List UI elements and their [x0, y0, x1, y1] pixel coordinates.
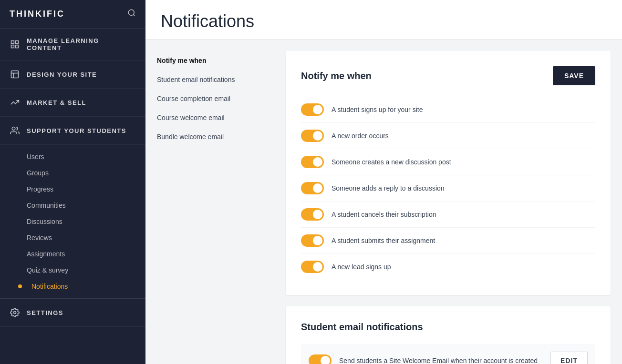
sidebar-sub-label-users: Users	[27, 153, 44, 161]
active-dot-indicator	[18, 284, 22, 288]
sidebar: THINKIFIC MANAGE LEARNING CONTENT DESIGN…	[0, 0, 145, 364]
svg-rect-6	[11, 71, 19, 78]
toggle-label-cancel-subscription: A student cancels their subscription	[332, 211, 436, 218]
sidebar-label-design-site: DESIGN YOUR SITE	[27, 71, 97, 78]
sidebar-logo: THINKIFIC	[0, 0, 145, 29]
sidebar-sub-item-groups[interactable]: Groups	[0, 165, 145, 181]
student-email-card: Student email notifications Send student…	[286, 306, 611, 364]
sidebar-item-manage-learning[interactable]: MANAGE LEARNING CONTENT	[0, 29, 145, 61]
sidebar-label-market-sell: MARKET & SELL	[27, 99, 86, 106]
content-area: Notify me when Student email notificatio…	[145, 40, 622, 364]
sidebar-sub-label-notifications: Notifications	[31, 283, 68, 290]
notify-card-title: Notify me when	[301, 71, 372, 81]
sidebar-sub-item-reviews[interactable]: Reviews	[0, 230, 145, 246]
toggle-label-reply-discussion: Someone adds a reply to a discussion	[332, 184, 445, 192]
users-icon	[10, 125, 20, 136]
toggle-signs-up[interactable]	[301, 103, 324, 116]
edit-button[interactable]: EDIT	[550, 352, 588, 364]
svg-point-9	[12, 127, 15, 131]
sub-nav: Notify me when Student email notificatio…	[145, 40, 274, 364]
page-title: Notifications	[161, 11, 607, 31]
svg-rect-4	[11, 45, 14, 48]
toggle-reply-discussion[interactable]	[301, 182, 324, 194]
student-email-row-label: Send students a Site Welcome Email when …	[339, 357, 543, 364]
sidebar-sub-label-communities: Communities	[27, 202, 66, 209]
svg-line-1	[133, 14, 135, 16]
toggle-row-signs-up: A student signs up for your site	[301, 97, 595, 123]
sidebar-sub-label-groups: Groups	[27, 169, 49, 177]
sidebar-label-settings: SETTINGS	[27, 309, 63, 316]
toggle-row-reply-discussion: Someone adds a reply to a discussion	[301, 175, 595, 202]
sub-nav-item-course-completion[interactable]: Course completion email	[145, 89, 274, 108]
toggle-row-new-discussion: Someone creates a new discussion post	[301, 149, 595, 175]
notify-card-header: Notify me when SAVE	[301, 66, 595, 85]
sidebar-label-support-students: SUPPORT YOUR STUDENTS	[27, 127, 126, 134]
main-content: Notifications Notify me when Student ema…	[145, 0, 622, 364]
sidebar-sub-item-notifications[interactable]: Notifications	[0, 278, 145, 294]
toggle-row-cancel-subscription: A student cancels their subscription	[301, 202, 595, 228]
sidebar-sub-label-assignments: Assignments	[27, 250, 65, 258]
toggle-cancel-subscription[interactable]	[301, 208, 324, 221]
toggle-row-new-lead: A new lead signs up	[301, 254, 595, 280]
student-email-row: Send students a Site Welcome Email when …	[301, 344, 595, 364]
sidebar-sub-item-users[interactable]: Users	[0, 149, 145, 165]
toggle-label-submit-assignment: A student submits their assignment	[332, 237, 435, 244]
svg-point-0	[128, 10, 134, 15]
sidebar-sub-item-discussions[interactable]: Discussions	[0, 213, 145, 230]
sidebar-label-manage-learning: MANAGE LEARNING CONTENT	[27, 37, 136, 51]
grid-icon	[10, 39, 20, 50]
toggle-new-discussion[interactable]	[301, 156, 324, 168]
toggle-submit-assignment[interactable]	[301, 234, 324, 247]
sidebar-sub-item-communities[interactable]: Communities	[0, 197, 145, 213]
sidebar-sub-item-assignments[interactable]: Assignments	[0, 246, 145, 262]
student-email-card-header: Student email notifications	[301, 322, 595, 333]
right-panel: Notify me when SAVE A student signs up f…	[274, 40, 622, 364]
sub-nav-item-bundle-welcome[interactable]: Bundle welcome email	[145, 127, 274, 146]
toggle-label-new-discussion: Someone creates a new discussion post	[332, 158, 451, 166]
sidebar-sub-label-quiz: Quiz & survey	[27, 266, 68, 274]
svg-point-10	[14, 312, 16, 314]
svg-rect-5	[16, 45, 19, 48]
toggle-row-submit-assignment: A student submits their assignment	[301, 228, 595, 254]
sidebar-sub-items: Users Groups Progress Communities Discus…	[0, 145, 145, 298]
settings-icon	[10, 307, 20, 318]
sidebar-item-settings[interactable]: SETTINGS	[0, 299, 145, 327]
search-icon[interactable]	[127, 9, 136, 20]
sidebar-item-support-students[interactable]: SUPPORT YOUR STUDENTS	[0, 117, 145, 145]
sidebar-sub-item-quiz[interactable]: Quiz & survey	[0, 262, 145, 278]
student-email-card-title: Student email notifications	[301, 322, 423, 333]
toggle-new-order[interactable]	[301, 130, 324, 142]
sidebar-item-design-site[interactable]: DESIGN YOUR SITE	[0, 61, 145, 89]
toggle-label-signs-up: A student signs up for your site	[332, 106, 423, 113]
toggle-row-new-order: A new order occurs	[301, 123, 595, 149]
page-header: Notifications	[145, 0, 622, 40]
layout-icon	[10, 69, 20, 80]
toggle-site-welcome[interactable]	[309, 354, 332, 364]
brand-logo: THINKIFIC	[10, 9, 65, 19]
sidebar-sub-item-progress[interactable]: Progress	[0, 181, 145, 197]
sub-nav-item-student-email[interactable]: Student email notifications	[145, 70, 274, 89]
sidebar-sub-label-discussions: Discussions	[27, 218, 62, 225]
sub-nav-item-notify-me[interactable]: Notify me when	[145, 51, 274, 70]
save-button[interactable]: SAVE	[553, 66, 595, 85]
svg-rect-2	[11, 41, 14, 44]
sidebar-item-market-sell[interactable]: MARKET & SELL	[0, 89, 145, 117]
sidebar-sub-label-progress: Progress	[27, 185, 53, 193]
svg-rect-3	[16, 41, 19, 44]
trending-up-icon	[10, 97, 20, 108]
notify-me-card: Notify me when SAVE A student signs up f…	[286, 51, 611, 295]
toggle-label-new-lead: A new lead signs up	[332, 263, 391, 271]
toggle-label-new-order: A new order occurs	[332, 132, 389, 140]
sub-nav-item-course-welcome[interactable]: Course welcome email	[145, 108, 274, 127]
toggle-new-lead[interactable]	[301, 261, 324, 273]
sidebar-sub-label-reviews: Reviews	[27, 234, 52, 242]
